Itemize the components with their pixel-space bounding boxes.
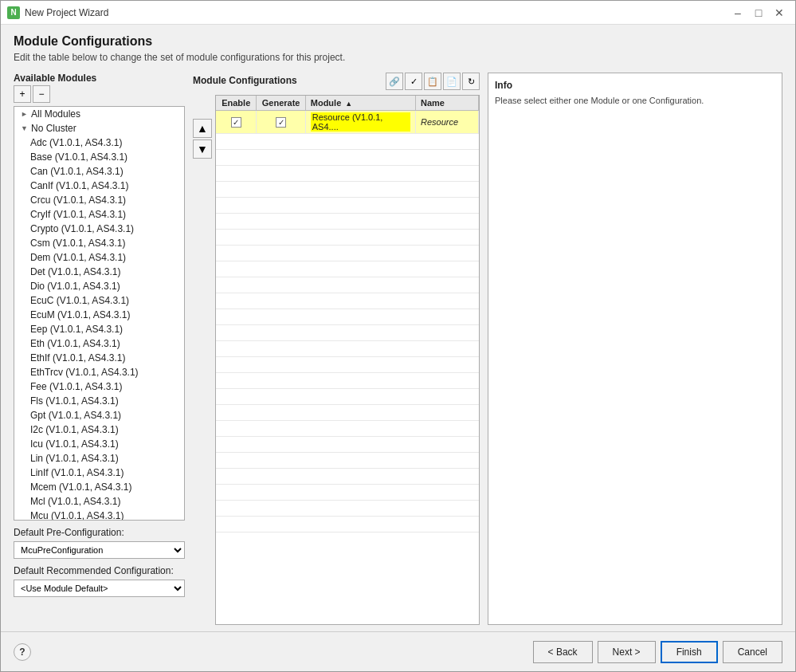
default-preconfig-section: Default Pre-Configuration: McuPreConfigu… [14, 527, 185, 559]
table-row [216, 469, 479, 485]
available-modules-header: Available Modules [14, 73, 185, 84]
tree-item-label: EthTrcv (V1.0.1, AS4.3.1) [30, 367, 139, 378]
tree-item-eep[interactable]: Eep (V1.0.1, AS4.3.1) [14, 322, 184, 336]
td-enable[interactable] [216, 111, 257, 133]
back-button[interactable]: < Back [533, 641, 593, 663]
tree-item-ethtrcv[interactable]: EthTrcv (V1.0.1, AS4.3.1) [14, 365, 184, 379]
tree-item-label: CryIf (V1.0.1, AS4.3.1) [30, 209, 126, 220]
tree-item-ecum[interactable]: EcuM (V1.0.1, AS4.3.1) [14, 308, 184, 322]
close-button[interactable]: ✕ [770, 5, 789, 21]
default-preconfig-dropdown[interactable]: McuPreConfiguration [14, 541, 185, 559]
generate-checkbox[interactable] [276, 117, 286, 128]
tree-no-cluster[interactable]: ▼ No Cluster [14, 121, 184, 136]
right-panel: Info Please select either one Module or … [488, 73, 782, 625]
tree-item-mcu[interactable]: Mcu (V1.0.1, AS4.3.1) [14, 509, 184, 521]
table-row[interactable]: Resource (V1.0.1, AS4.... Resource [216, 111, 479, 134]
th-generate: Generate [257, 96, 305, 110]
tree-item-base[interactable]: Base (V1.0.1, AS4.3.1) [14, 150, 184, 164]
minimize-button[interactable]: – [728, 5, 747, 21]
page-subtitle: Edit the table below to change the set o… [14, 52, 782, 63]
table-row [216, 341, 479, 357]
tree-item-crcu[interactable]: Crcu (V1.0.1, AS4.3.1) [14, 193, 184, 207]
default-recconfig-dropdown[interactable]: <Use Module Default> [14, 580, 185, 597]
paste-button[interactable]: 📄 [443, 73, 461, 90]
tree-item-linif[interactable]: LinIf (V1.0.1, AS4.3.1) [14, 466, 184, 480]
move-up-button[interactable]: ▲ [193, 119, 212, 138]
finish-button[interactable]: Finish [661, 641, 718, 663]
tree-item-label: CanIf (V1.0.1, AS4.3.1) [30, 180, 128, 191]
move-down-button[interactable]: ▼ [193, 140, 212, 159]
table-row [216, 230, 479, 246]
copy-button[interactable]: 📋 [424, 73, 441, 90]
module-tree[interactable]: ► All Modules ▼ No Cluster Adc (V1.0.1, … [14, 106, 185, 521]
tree-item-cryif[interactable]: CryIf (V1.0.1, AS4.3.1) [14, 207, 184, 222]
tree-root-all-modules[interactable]: ► All Modules [14, 107, 184, 121]
enable-checkbox[interactable] [231, 117, 241, 128]
help-button[interactable]: ? [14, 643, 31, 661]
tree-toolbar: + − [14, 85, 185, 103]
tree-item-label: Can (V1.0.1, AS4.3.1) [30, 166, 124, 177]
tree-item-i2c[interactable]: I2c (V1.0.1, AS4.3.1) [14, 422, 184, 437]
tree-item-ethif[interactable]: EthIf (V1.0.1, AS4.3.1) [14, 351, 184, 365]
window-title: New Project Wizard [25, 7, 108, 18]
info-text: Please select either one Module or one C… [495, 96, 775, 105]
middle-header: Module Configurations 🔗 ✓ 📋 📄 ↻ [193, 73, 480, 90]
tree-item-ecuc[interactable]: EcuC (V1.0.1, AS4.3.1) [14, 293, 184, 308]
tree-item-crypto[interactable]: Crypto (V1.0.1, AS4.3.1) [14, 222, 184, 236]
next-button[interactable]: Next > [598, 641, 656, 663]
table-row [216, 198, 479, 214]
tree-item-adc[interactable]: Adc (V1.0.1, AS4.3.1) [14, 136, 184, 150]
tree-item-fls[interactable]: Fls (V1.0.1, AS4.3.1) [14, 394, 184, 408]
tree-item-dio[interactable]: Dio (V1.0.1, AS4.3.1) [14, 279, 184, 293]
table-row [216, 405, 479, 421]
tree-item-fee[interactable]: Fee (V1.0.1, AS4.3.1) [14, 379, 184, 394]
tree-item-label: LinIf (V1.0.1, AS4.3.1) [30, 467, 124, 478]
table-row [216, 389, 479, 405]
tree-item-label: Eep (V1.0.1, AS4.3.1) [30, 324, 123, 335]
td-module: Resource (V1.0.1, AS4.... [306, 111, 416, 133]
tree-item-gpt[interactable]: Gpt (V1.0.1, AS4.3.1) [14, 408, 184, 422]
collapse-arrow: ▼ [21, 124, 29, 132]
tree-item-label: EcuC (V1.0.1, AS4.3.1) [30, 295, 129, 306]
tree-item-label: Base (V1.0.1, AS4.3.1) [30, 151, 127, 163]
add-module-button[interactable]: + [14, 85, 31, 103]
tree-item-label: Adc (V1.0.1, AS4.3.1) [30, 137, 122, 148]
table-row [216, 293, 479, 309]
tree-item-eth[interactable]: Eth (V1.0.1, AS4.3.1) [14, 336, 184, 351]
refresh-button[interactable]: ↻ [462, 73, 480, 90]
remove-module-button[interactable]: − [33, 85, 50, 103]
th-name: Name [416, 96, 479, 110]
tree-item-label: Mcu (V1.0.1, AS4.3.1) [30, 510, 124, 521]
tree-item-mcl[interactable]: Mcl (V1.0.1, AS4.3.1) [14, 494, 184, 509]
tree-item-label: I2c (V1.0.1, AS4.3.1) [30, 424, 119, 435]
tree-cluster-label: No Cluster [31, 123, 76, 134]
tree-item-label: Eth (V1.0.1, AS4.3.1) [30, 338, 120, 349]
expand-arrow: ► [21, 110, 29, 118]
tree-item-mcem[interactable]: Mcem (V1.0.1, AS4.3.1) [14, 480, 184, 494]
tree-item-det[interactable]: Det (V1.0.1, AS4.3.1) [14, 265, 184, 279]
tree-item-csm[interactable]: Csm (V1.0.1, AS4.3.1) [14, 236, 184, 250]
tree-item-dem[interactable]: Dem (V1.0.1, AS4.3.1) [14, 250, 184, 265]
tree-item-label: Mcl (V1.0.1, AS4.3.1) [30, 496, 120, 507]
cancel-button[interactable]: Cancel [723, 641, 782, 663]
table-row [216, 246, 479, 261]
check-button[interactable]: ✓ [405, 73, 422, 90]
tree-item-icu[interactable]: Icu (V1.0.1, AS4.3.1) [14, 437, 184, 451]
info-box: Info Please select either one Module or … [488, 73, 782, 625]
tree-item-canif[interactable]: CanIf (V1.0.1, AS4.3.1) [14, 179, 184, 193]
td-generate[interactable] [257, 111, 305, 133]
table-row [216, 517, 479, 532]
table-row [216, 150, 479, 166]
sort-arrow-icon: ▲ [345, 100, 352, 108]
tree-item-label: Fee (V1.0.1, AS4.3.1) [30, 381, 122, 392]
maximize-button[interactable]: □ [749, 5, 768, 21]
table-row [216, 325, 479, 341]
tree-item-can[interactable]: Can (V1.0.1, AS4.3.1) [14, 164, 184, 179]
default-preconfig-label: Default Pre-Configuration: [14, 527, 185, 538]
footer: ? < Back Next > Finish Cancel [1, 631, 795, 671]
link-button[interactable]: 🔗 [386, 73, 403, 90]
table-row [216, 357, 479, 373]
tree-item-lin[interactable]: Lin (V1.0.1, AS4.3.1) [14, 451, 184, 466]
footer-left: ? [14, 643, 31, 661]
tree-item-label: EcuM (V1.0.1, AS4.3.1) [30, 309, 130, 320]
